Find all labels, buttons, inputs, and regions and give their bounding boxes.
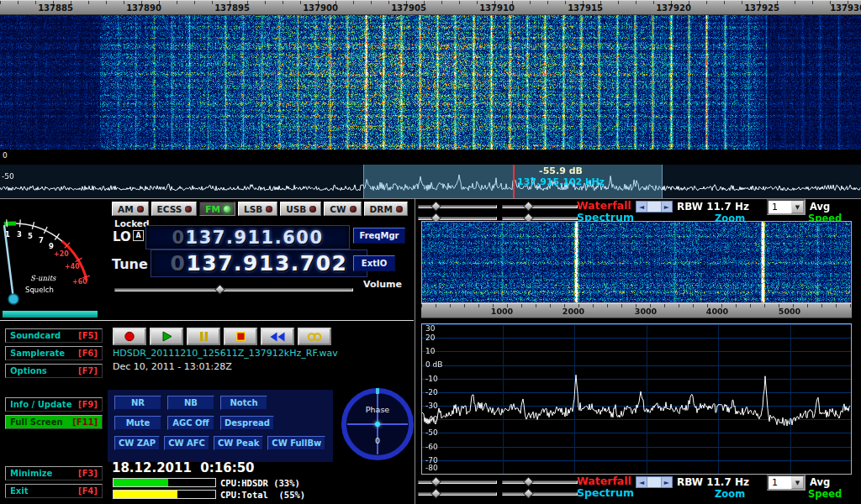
chevron-down-icon[interactable]: ▼ <box>791 476 804 489</box>
soundcard-button[interactable]: Soundcard [F5] <box>5 328 103 343</box>
cw-peak-button[interactable]: CW Peak <box>214 436 263 450</box>
arrow-right-icon[interactable]: ► <box>662 479 672 486</box>
button-fkey: [F5] <box>78 331 98 340</box>
waterfall-contrast-slider[interactable] <box>502 205 578 208</box>
notch-button[interactable]: Notch <box>220 396 267 410</box>
lo-lock-badge[interactable]: A <box>133 230 144 241</box>
mode-drm-button[interactable]: DRM <box>364 202 408 216</box>
lo-leading-zero: 0 <box>172 228 185 248</box>
avg-dropdown-value: 1 <box>769 477 791 488</box>
agc-button[interactable]: AGC Off <box>167 416 214 430</box>
mode-led-icon <box>396 206 403 213</box>
slider-thumb[interactable] <box>430 476 441 487</box>
db-tick-label: -40 <box>425 415 438 423</box>
phase-indicator: Phase 0 <box>341 388 414 460</box>
arrow-left-icon[interactable]: ◄ <box>637 479 647 486</box>
tune-digits: 137.913.702 <box>186 251 347 276</box>
freqmgr-button[interactable]: FreqMgr <box>353 228 405 244</box>
zoom-spin-control-2[interactable]: ◄► <box>636 476 673 488</box>
record-button[interactable] <box>113 328 146 345</box>
nr-button[interactable]: NR <box>114 396 161 410</box>
mode-am-button[interactable]: AM <box>112 202 149 216</box>
s-meter-green-zone <box>4 223 16 224</box>
arrow-left-icon[interactable]: ◄ <box>637 203 647 211</box>
rewind-button[interactable] <box>261 328 294 345</box>
nb-button[interactable]: NB <box>167 396 214 410</box>
slider-thumb[interactable] <box>523 476 534 487</box>
cw-fullbw-button[interactable]: CW FullBw <box>267 436 325 450</box>
button-fkey: [F11] <box>72 417 98 427</box>
dsp-label: NB <box>184 398 198 407</box>
mode-lsb-button[interactable]: LSB <box>238 202 277 216</box>
mode-fm-button[interactable]: FM <box>199 202 235 216</box>
minimize-button[interactable]: Minimize [F3] <box>5 466 103 480</box>
mode-led-icon <box>224 206 230 213</box>
main-waterfall-display[interactable] <box>0 0 861 150</box>
spin-thumb[interactable] <box>647 202 662 212</box>
record-icon <box>124 331 135 342</box>
tune-leading-zero: 0 <box>171 251 187 276</box>
avg-dropdown-2[interactable]: 1 ▼ <box>767 475 806 491</box>
fullscreen-button[interactable]: Full Screen [F11] <box>5 415 103 429</box>
volume-slider[interactable] <box>114 288 353 291</box>
waterfall-brightness-slider-2[interactable] <box>418 480 497 484</box>
tune-frequency-display[interactable]: 0137.913.702 <box>151 249 367 277</box>
playback-controls <box>113 328 331 345</box>
play-icon <box>161 331 172 342</box>
cpu-total-bar <box>113 490 216 499</box>
cw-zap-button[interactable]: CW ZAP <box>114 436 160 450</box>
slider-thumb[interactable] <box>523 488 534 499</box>
db-tick-label: 10 <box>425 347 435 355</box>
mode-cw-button[interactable]: CW <box>324 202 361 216</box>
db-tick-label: -80 <box>425 464 438 472</box>
dsp-label: CW AFC <box>168 438 205 448</box>
spectrum-upper-slider-2[interactable] <box>418 492 497 496</box>
ruler-tick-label: 137915 <box>568 3 603 13</box>
zoom-frequency-ruler[interactable]: 1000 2000 3000 4000 5000 <box>421 303 852 318</box>
lo-frequency-display[interactable]: 0137.911.600 <box>145 225 350 249</box>
despread-button[interactable]: Despread <box>220 416 274 430</box>
avg-dropdown[interactable]: 1 ▼ <box>767 199 806 215</box>
samplerate-button[interactable]: Samplerate [F6] <box>5 346 103 360</box>
chevron-down-icon[interactable]: ▼ <box>791 201 804 213</box>
volume-slider-thumb[interactable] <box>214 284 225 295</box>
button-label: Full Screen <box>10 417 63 427</box>
slider-thumb[interactable] <box>430 488 441 499</box>
stop-icon <box>235 331 246 342</box>
zoom-label-2: Zoom <box>715 488 745 500</box>
mute-button[interactable]: Mute <box>114 416 161 430</box>
play-button[interactable] <box>150 328 183 345</box>
slider-thumb[interactable] <box>430 201 441 212</box>
stop-button[interactable] <box>224 328 257 345</box>
zoom-waterfall-display[interactable] <box>422 222 851 302</box>
info-update-button[interactable]: Info / Update [F9] <box>5 397 103 412</box>
cw-afc-button[interactable]: CW AFC <box>164 436 209 450</box>
mode-ecss-button[interactable]: ECSS <box>151 202 198 216</box>
ruler-tick-label: 137905 <box>391 3 426 13</box>
spectrum-upper-slider[interactable] <box>418 217 497 220</box>
mode-usb-button[interactable]: USB <box>280 202 321 216</box>
zoom-spectrum-display[interactable] <box>422 324 851 474</box>
waterfall-brightness-slider[interactable] <box>418 205 497 208</box>
dsp-label: CW FullBw <box>272 438 321 448</box>
exit-button[interactable]: Exit [F4] <box>5 484 103 498</box>
spin-thumb[interactable] <box>647 477 662 487</box>
mode-led-icon <box>137 206 144 213</box>
loop-button[interactable] <box>298 328 331 345</box>
slider-thumb[interactable] <box>523 201 534 212</box>
spectrum-lower-slider[interactable] <box>502 217 578 220</box>
options-button[interactable]: Options [F7] <box>5 364 103 378</box>
waterfall-contrast-slider-2[interactable] <box>502 480 578 484</box>
main-frequency-ruler[interactable]: 137885 137890 137895 137900 137905 13791… <box>0 0 861 15</box>
pause-button[interactable] <box>187 328 220 345</box>
arrow-right-icon[interactable]: ► <box>662 203 672 211</box>
extio-button[interactable]: ExtIO <box>353 255 395 271</box>
db-tick-label: 0 dB <box>425 360 442 369</box>
spectrum-lower-slider-2[interactable] <box>502 492 578 496</box>
mode-label: FM <box>205 204 220 214</box>
s-meter-pivot[interactable] <box>8 294 18 304</box>
squelch-level-bar[interactable] <box>3 311 98 318</box>
zoom-spin-control[interactable]: ◄► <box>636 201 673 213</box>
squelch-label: Squelch <box>25 286 54 294</box>
db-tick-label: -10 <box>425 375 438 383</box>
